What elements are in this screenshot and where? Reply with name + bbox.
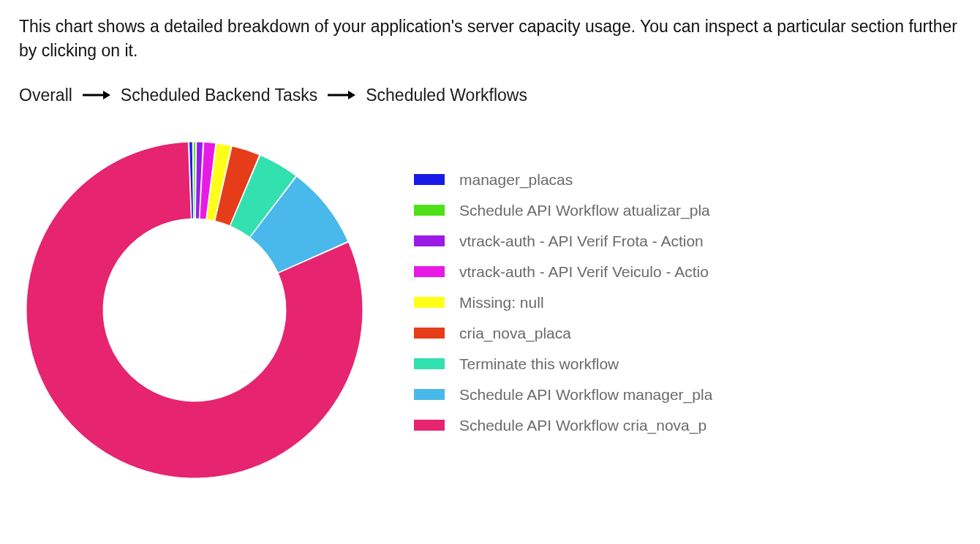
- legend-label: Schedule API Workflow atualizar_pla: [459, 202, 710, 219]
- legend-item[interactable]: Schedule API Workflow manager_pla: [414, 386, 728, 404]
- legend-item[interactable]: Schedule API Workflow cria_nova_p: [414, 417, 728, 434]
- legend-item[interactable]: Terminate this workflow: [414, 355, 728, 373]
- legend-item[interactable]: cria_nova_placa: [414, 325, 728, 342]
- legend-swatch: [414, 297, 445, 308]
- arrow-right-icon: [83, 90, 110, 100]
- svg-marker-3: [348, 91, 355, 99]
- legend: manager_placasSchedule API Workflow atua…: [414, 171, 728, 434]
- legend-swatch: [414, 266, 445, 277]
- legend-swatch: [414, 235, 445, 246]
- donut-chart[interactable]: [19, 135, 370, 486]
- chart-description: This chart shows a detailed breakdown of…: [19, 15, 961, 64]
- legend-swatch: [414, 389, 445, 400]
- legend-label: vtrack-auth - API Verif Frota - Action: [459, 233, 704, 250]
- breadcrumb-item-overall[interactable]: Overall: [19, 86, 72, 105]
- legend-label: Missing: null: [459, 294, 544, 311]
- legend-swatch: [414, 328, 445, 339]
- legend-label: Terminate this workflow: [459, 355, 619, 373]
- legend-label: cria_nova_placa: [459, 325, 571, 342]
- chart-area: manager_placasSchedule API Workflow atua…: [19, 135, 961, 486]
- arrow-right-icon: [328, 90, 355, 100]
- legend-item[interactable]: vtrack-auth - API Verif Frota - Action: [414, 233, 728, 250]
- legend-label: Schedule API Workflow manager_pla: [459, 386, 712, 404]
- breadcrumb-item-scheduled-workflows[interactable]: Scheduled Workflows: [366, 86, 527, 105]
- legend-label: vtrack-auth - API Verif Veiculo - Actio: [459, 263, 709, 281]
- breadcrumb: Overall Scheduled Backend Tasks Schedule…: [19, 86, 961, 105]
- legend-item[interactable]: vtrack-auth - API Verif Veiculo - Actio: [414, 263, 728, 281]
- legend-label: Schedule API Workflow cria_nova_p: [459, 417, 706, 434]
- svg-marker-1: [103, 91, 110, 99]
- legend-item[interactable]: Missing: null: [414, 294, 728, 311]
- legend-swatch: [414, 174, 445, 185]
- legend-item[interactable]: Schedule API Workflow atualizar_pla: [414, 202, 728, 219]
- legend-item[interactable]: manager_placas: [414, 171, 728, 189]
- breadcrumb-item-backend-tasks[interactable]: Scheduled Backend Tasks: [121, 86, 317, 105]
- legend-label: manager_placas: [459, 171, 573, 189]
- legend-swatch: [414, 358, 445, 369]
- legend-swatch: [414, 205, 445, 216]
- legend-swatch: [414, 420, 445, 431]
- donut-slice[interactable]: [193, 142, 195, 219]
